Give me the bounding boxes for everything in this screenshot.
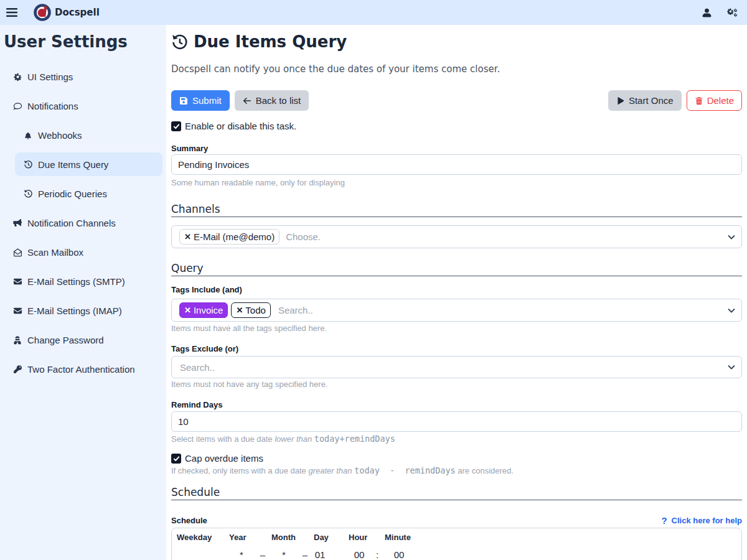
summary-label: Summary [171, 144, 742, 153]
app-logo[interactable]: Docspell [34, 4, 100, 21]
sidebar-title: User Settings [4, 32, 164, 51]
menu-toggle-button[interactable] [6, 2, 29, 22]
page-title: Due Items Query [171, 32, 742, 51]
enable-task-checkbox[interactable] [171, 121, 181, 131]
cogs-icon [726, 7, 740, 17]
gear-icon [12, 72, 22, 82]
question-icon: ? [661, 515, 667, 526]
sidebar-item-email-settings-imap[interactable]: E-Mail Settings (IMAP) [2, 299, 162, 322]
docspell-logo-icon [34, 4, 51, 21]
summary-input[interactable] [171, 154, 742, 175]
history-icon [171, 34, 187, 50]
cap-overdue-row: Cap overdue items [171, 453, 742, 464]
history-icon [23, 160, 33, 169]
user-icon [702, 8, 712, 17]
main-content: Due Items Query Docspell can notify you … [166, 25, 747, 560]
col-minute: Minute [380, 531, 418, 543]
query-heading: Query [171, 262, 742, 276]
check-icon [173, 123, 180, 129]
back-to-list-button[interactable]: Back to list [235, 90, 309, 111]
page-heading: Due Items Query [194, 32, 347, 51]
bullhorn-icon [12, 218, 22, 227]
sidebar-item-ui-settings[interactable]: UI Settings [2, 65, 162, 88]
separator: : [374, 543, 380, 560]
delete-button[interactable]: Delete [687, 90, 742, 111]
sidebar-item-change-password[interactable]: Change Password [2, 328, 162, 352]
remove-chip-icon[interactable]: ✕ [236, 306, 243, 315]
comment-icon [12, 101, 22, 111]
schedule-heading: Schedule [171, 486, 742, 500]
minute-value[interactable]: 00 [380, 543, 418, 560]
start-once-button[interactable]: Start Once [608, 90, 682, 111]
col-hour: Hour [344, 531, 374, 543]
play-icon [616, 96, 624, 105]
col-weekday: Weekday [177, 531, 225, 543]
cap-overdue-label: Cap overdue items [185, 453, 263, 464]
weekday-value[interactable] [177, 543, 225, 560]
key-icon [12, 365, 22, 374]
trash-icon [695, 96, 703, 105]
year-value[interactable]: * [225, 543, 258, 560]
remove-chip-icon[interactable]: ✕ [184, 306, 191, 315]
cap-overdue-checkbox[interactable] [171, 454, 181, 464]
schedule-table: Weekday Year Month Day Hour Minute * – * [171, 528, 742, 560]
sidebar-item-due-items-query[interactable]: Due Items Query [15, 152, 162, 176]
schedule-help-link[interactable]: ? Click here for help [661, 515, 742, 526]
channels-placeholder: Choose. [286, 231, 321, 242]
remind-days-label: Remind Days [171, 400, 742, 409]
account-menu-button[interactable] [702, 2, 712, 22]
col-year: Year [225, 531, 258, 543]
submit-button[interactable]: Submit [171, 90, 230, 111]
bell-icon [23, 131, 33, 140]
tag-chip-invoice[interactable]: ✕ Invoice [179, 302, 228, 318]
enable-task-row: Enable or disable this task. [171, 121, 742, 131]
check-icon [173, 455, 180, 462]
schedule-label: Schedule [171, 516, 207, 525]
day-value[interactable]: 01 [309, 543, 331, 560]
sidebar-item-scan-mailbox[interactable]: Scan Mailbox [2, 240, 162, 264]
remind-days-hint: Select items with a due date lower than … [171, 434, 742, 444]
admin-settings-button[interactable] [726, 2, 740, 22]
envelope-open-icon [12, 248, 22, 257]
save-icon [179, 96, 188, 105]
tags-include-multiselect[interactable]: ✕ Invoice ✕ Todo Search.. [171, 299, 742, 322]
separator: – [301, 543, 309, 560]
hamburger-icon [6, 8, 17, 17]
sidebar-item-email-settings-smtp[interactable]: E-Mail Settings (SMTP) [2, 269, 162, 293]
tags-include-label: Tags Include (and) [171, 285, 742, 294]
chevron-down-icon [728, 365, 735, 370]
sidebar-item-two-factor-auth[interactable]: Two Factor Authentication [2, 357, 162, 381]
hour-value[interactable]: 00 [344, 543, 374, 560]
remind-days-input[interactable] [171, 411, 742, 432]
action-button-row: Submit Back to list Start Once Delete [171, 90, 742, 111]
sidebar-item-periodic-queries[interactable]: Periodic Queries [15, 182, 162, 205]
tags-exclude-label: Tags Exclude (or) [171, 344, 742, 353]
tag-chip-todo[interactable]: ✕ Todo [231, 302, 270, 318]
sidebar-item-notifications[interactable]: Notifications [2, 94, 162, 118]
channels-heading: Channels [171, 203, 742, 217]
col-month: Month [267, 531, 301, 543]
history-icon [23, 189, 33, 198]
channels-multiselect[interactable]: ✕ E-Mail (me@demo) Choose. [171, 225, 742, 248]
envelope-icon [12, 277, 22, 286]
arrow-left-icon [243, 96, 251, 105]
enable-task-label: Enable or disable this task. [185, 121, 296, 131]
tags-include-placeholder: Search.. [278, 305, 313, 315]
sidebar-item-webhooks[interactable]: Webhooks [15, 123, 162, 147]
envelope-icon [12, 306, 22, 315]
tags-include-hint: Items must have all the tags specified h… [171, 324, 742, 333]
summary-hint: Some human readable name, only for displ… [171, 178, 742, 187]
settings-nav: UI Settings Notifications Webhooks Due I… [2, 65, 164, 381]
app-name: Docspell [55, 7, 100, 18]
remove-chip-icon[interactable]: ✕ [184, 232, 191, 241]
separator: – [258, 543, 267, 560]
tags-exclude-hint: Items must not have any tag specified he… [171, 380, 742, 389]
user-secret-icon [12, 335, 22, 345]
channel-chip-email[interactable]: ✕ E-Mail (me@demo) [179, 229, 280, 245]
cap-overdue-hint: If checked, only items with a due date g… [171, 465, 742, 475]
month-value[interactable]: * [267, 543, 301, 560]
tags-exclude-multiselect[interactable]: Search.. [171, 356, 742, 378]
chevron-down-icon [728, 234, 735, 240]
page-intro: Docspell can notify you once the due dat… [171, 63, 742, 75]
sidebar-item-notification-channels[interactable]: Notification Channels [2, 211, 162, 235]
